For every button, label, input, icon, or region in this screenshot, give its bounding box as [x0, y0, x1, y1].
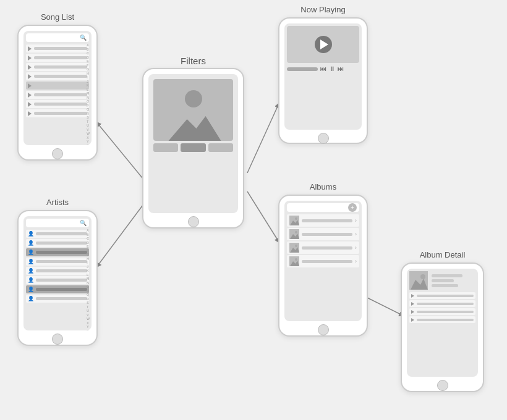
artist-item[interactable]: 👤	[26, 248, 89, 256]
play-icon	[28, 93, 32, 98]
person-icon: 👤	[28, 259, 34, 264]
artist-item[interactable]: 👤	[26, 295, 89, 303]
list-item[interactable]	[26, 54, 89, 62]
filter-tab-3[interactable]	[208, 143, 233, 152]
list-item[interactable]	[26, 109, 89, 117]
track-item[interactable]	[409, 292, 475, 299]
now-playing-phone: Now Playing ⏮ ⏸ ⏭	[278, 17, 368, 144]
rewind-button[interactable]: ⏮	[320, 65, 326, 72]
svg-point-23	[420, 274, 425, 279]
svg-line-2	[247, 105, 278, 173]
person-icon: 👤	[28, 250, 34, 255]
album-item[interactable]: ›	[287, 214, 359, 227]
albums-phone: Albums + › › ›	[278, 195, 368, 337]
svg-line-4	[365, 296, 402, 315]
artists-search[interactable]: 🔍	[26, 219, 89, 227]
filter-tabs	[153, 143, 233, 152]
list-item[interactable]	[26, 44, 89, 52]
chevron-right-icon: ›	[355, 231, 357, 237]
play-icon	[28, 83, 32, 88]
home-button[interactable]	[318, 324, 329, 335]
track-item[interactable]	[409, 300, 475, 307]
play-icon	[28, 46, 32, 51]
album-detail-label: Album Detail	[402, 250, 483, 259]
home-button[interactable]	[52, 334, 63, 345]
play-button[interactable]	[315, 36, 332, 53]
play-icon	[411, 302, 414, 306]
list-item[interactable]	[26, 82, 89, 90]
now-playing-controls: ⏮ ⏸ ⏭	[287, 65, 359, 72]
track-item[interactable]	[409, 308, 475, 315]
chevron-right-icon: ›	[355, 217, 357, 224]
song-list-screen: 🔍 ABCDEFGHIJKLMNOPQRSTUVWXYZ	[23, 31, 92, 145]
list-item[interactable]	[26, 72, 89, 80]
play-icon	[28, 56, 32, 61]
pause-button[interactable]: ⏸	[329, 65, 335, 72]
alphabet-sidebar: ABCDEFGHIJKLMNOPQRSTUVWXYZ	[87, 229, 90, 330]
album-thumbnail	[289, 243, 299, 253]
album-thumbnail	[289, 229, 299, 239]
song-list-search[interactable]: 🔍	[26, 33, 89, 42]
filter-tab-1[interactable]	[153, 143, 178, 152]
play-icon	[411, 310, 414, 314]
progress-bar[interactable]	[287, 67, 318, 71]
filter-landscape-icon	[153, 110, 233, 141]
artist-item[interactable]: 👤	[26, 267, 89, 275]
artist-item[interactable]: 👤	[26, 276, 89, 284]
play-triangle-icon	[320, 40, 328, 49]
now-playing-screen: ⏮ ⏸ ⏭	[284, 23, 362, 130]
chevron-right-icon: ›	[355, 245, 357, 251]
album-item[interactable]: ›	[287, 255, 359, 267]
album-item[interactable]: ›	[287, 242, 359, 254]
person-icon: 👤	[28, 277, 34, 283]
home-button[interactable]	[52, 148, 63, 159]
song-list-phone: Song List 🔍 ABCDEFGHIJKLMNOPQRSTUVWXYZ	[17, 25, 98, 161]
filters-phone: Filters	[142, 68, 244, 229]
artists-label: Artists	[19, 198, 96, 207]
song-list-label: Song List	[19, 12, 96, 22]
album-item[interactable]: ›	[287, 228, 359, 240]
home-button[interactable]	[437, 380, 448, 391]
person-icon: 👤	[28, 287, 34, 292]
person-icon: 👤	[28, 268, 34, 274]
add-album-button[interactable]: +	[348, 203, 357, 212]
play-icon	[28, 111, 32, 116]
play-icon	[411, 318, 414, 322]
artists-screen: 🔍 👤 👤 👤 👤 👤 👤 👤 👤 ABCDEFGHIJKLMNOPQRSTUV…	[23, 216, 92, 330]
album-thumbnail	[289, 256, 299, 266]
albums-label: Albums	[279, 182, 367, 191]
list-item[interactable]	[26, 63, 89, 71]
now-playing-label: Now Playing	[279, 5, 367, 14]
track-item[interactable]	[409, 316, 475, 323]
filter-person-icon	[185, 90, 202, 107]
svg-point-17	[295, 245, 297, 247]
artist-item[interactable]: 👤	[26, 258, 89, 266]
album-detail-screen	[407, 269, 478, 377]
play-icon	[28, 74, 32, 79]
fast-forward-button[interactable]: ⏭	[338, 65, 344, 72]
list-item[interactable]	[26, 91, 89, 99]
now-playing-video	[287, 26, 359, 63]
artist-item[interactable]: 👤	[26, 239, 89, 247]
svg-line-1	[98, 198, 148, 266]
filter-tab-2[interactable]	[181, 143, 205, 152]
search-icon: 🔍	[80, 220, 87, 226]
filter-album-art	[153, 79, 233, 141]
home-button[interactable]	[318, 133, 329, 144]
list-item[interactable]	[26, 100, 89, 108]
artist-item[interactable]: 👤	[26, 285, 89, 293]
svg-point-11	[295, 217, 297, 220]
album-detail-phone: Album Detail	[401, 262, 484, 392]
play-icon	[28, 102, 32, 107]
album-detail-thumbnail	[409, 271, 428, 290]
svg-point-14	[295, 231, 297, 233]
home-button[interactable]	[188, 216, 199, 227]
album-detail-hero	[409, 271, 475, 290]
artist-item[interactable]: 👤	[26, 230, 89, 238]
svg-marker-8	[169, 116, 221, 141]
album-thumbnail	[289, 216, 299, 225]
svg-line-0	[98, 124, 148, 185]
person-icon: 👤	[28, 296, 34, 301]
filters-label: Filters	[143, 56, 243, 66]
albums-search-bar[interactable]: +	[287, 203, 359, 212]
